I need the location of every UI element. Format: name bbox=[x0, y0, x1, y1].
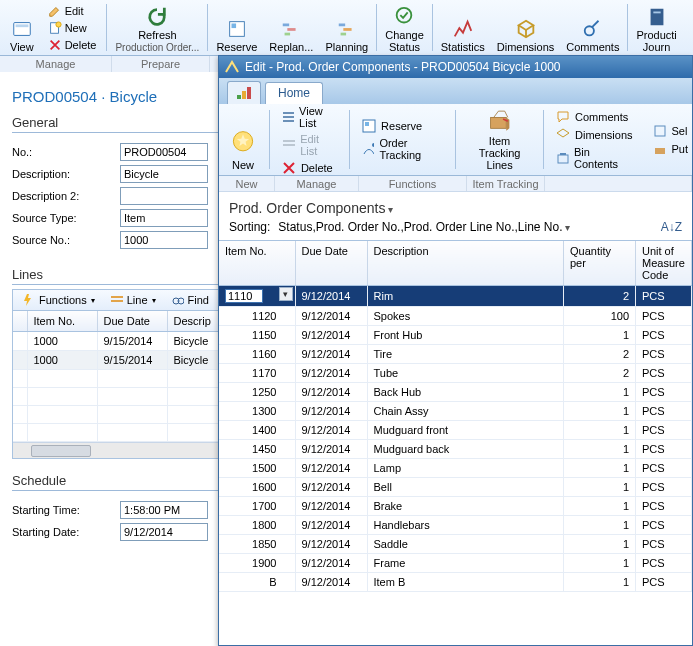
svg-rect-10 bbox=[343, 28, 351, 31]
dimensions-icon bbox=[556, 128, 570, 142]
col-item-no[interactable]: Item No. bbox=[219, 241, 295, 286]
components-grid[interactable]: Item No. Due Date Description Quantity p… bbox=[219, 240, 692, 645]
lightning-icon bbox=[23, 294, 35, 306]
svg-rect-17 bbox=[111, 300, 123, 302]
find-button[interactable]: Find bbox=[166, 291, 215, 309]
binoculars-icon bbox=[172, 294, 184, 306]
svg-rect-7 bbox=[288, 28, 296, 31]
edit-list-icon bbox=[282, 138, 295, 152]
table-row[interactable]: 11709/12/2014Tube2PCS bbox=[219, 364, 692, 383]
main-ribbon: View Edit New Delete Refresh Production … bbox=[0, 0, 693, 56]
dimensions-button[interactable]: Dimensions bbox=[491, 0, 560, 55]
svg-rect-15 bbox=[653, 12, 660, 14]
delete-icon bbox=[282, 161, 296, 175]
table-row[interactable]: 18009/12/2014Handlebars1PCS bbox=[219, 516, 692, 535]
table-row[interactable]: 12509/12/2014Back Hub1PCS bbox=[219, 383, 692, 402]
statistics-button[interactable]: Statistics bbox=[435, 0, 491, 55]
new-button[interactable]: New bbox=[46, 20, 99, 36]
tracking-icon bbox=[362, 142, 374, 156]
view-label: View bbox=[10, 41, 34, 53]
svg-rect-33 bbox=[558, 155, 568, 163]
svg-point-3 bbox=[56, 21, 61, 26]
section-title[interactable]: Prod. Order Components bbox=[219, 192, 692, 220]
sorting-value[interactable]: Status,Prod. Order No.,Prod. Order Line … bbox=[278, 220, 652, 234]
svg-rect-36 bbox=[655, 148, 665, 154]
col-due-date[interactable]: Due Date bbox=[295, 241, 367, 286]
view-button[interactable]: View bbox=[4, 0, 40, 55]
new-button-ov[interactable]: New bbox=[219, 104, 267, 175]
svg-rect-26 bbox=[283, 120, 294, 122]
select-button[interactable]: Sel bbox=[651, 123, 691, 139]
svg-rect-20 bbox=[237, 95, 241, 99]
comments-button[interactable]: Comments bbox=[560, 0, 625, 55]
col-uom[interactable]: Unit of Measure Code bbox=[636, 241, 692, 286]
view-list-button[interactable]: View List bbox=[280, 104, 339, 130]
svg-rect-24 bbox=[283, 112, 294, 114]
table-row[interactable]: 11509/12/2014Front Hub1PCS bbox=[219, 326, 692, 345]
putaway-icon bbox=[653, 142, 667, 156]
starting-time-label: Starting Time: bbox=[12, 504, 120, 516]
sort-az-icon[interactable]: A↓Z bbox=[661, 220, 682, 234]
table-row[interactable]: 19009/12/2014Frame1PCS bbox=[219, 554, 692, 573]
reserve-button-ov[interactable]: Reserve bbox=[360, 118, 445, 134]
dimensions-button-ov[interactable]: Dimensions bbox=[554, 127, 634, 143]
table-row[interactable]: 1110▾9/12/2014Rim2PCS bbox=[219, 286, 692, 307]
put-away-button[interactable]: Put bbox=[651, 141, 691, 157]
bin-contents-button[interactable]: Bin Contents bbox=[554, 145, 634, 171]
order-tracking-button[interactable]: Order Tracking bbox=[360, 136, 445, 162]
description2-input[interactable] bbox=[120, 187, 208, 205]
svg-rect-28 bbox=[283, 144, 295, 146]
item-tracking-lines-button[interactable]: Item Tracking Lines bbox=[458, 104, 541, 175]
reserve-button[interactable]: Reserve bbox=[210, 0, 263, 55]
source-no-input[interactable] bbox=[120, 231, 208, 249]
svg-rect-21 bbox=[242, 91, 246, 99]
replan-button[interactable]: Replan... bbox=[263, 0, 319, 55]
col-quantity[interactable]: Quantity per bbox=[564, 241, 636, 286]
table-row[interactable]: 11209/12/2014Spokes100PCS bbox=[219, 307, 692, 326]
starting-date-input[interactable] bbox=[120, 523, 208, 541]
description2-label: Description 2: bbox=[12, 190, 120, 202]
table-row[interactable]: 17009/12/2014Brake1PCS bbox=[219, 497, 692, 516]
table-row[interactable]: 14009/12/2014Mudguard front1PCS bbox=[219, 421, 692, 440]
delete-button[interactable]: Delete bbox=[46, 37, 99, 53]
file-tab[interactable] bbox=[227, 81, 261, 104]
delete-button-ov[interactable]: Delete bbox=[280, 160, 339, 176]
svg-rect-25 bbox=[283, 116, 294, 118]
svg-rect-9 bbox=[339, 24, 345, 27]
line-menu[interactable]: Line▾ bbox=[105, 291, 162, 309]
ribbon-tabs: Home bbox=[219, 78, 692, 104]
edit-button[interactable]: Edit bbox=[46, 3, 99, 19]
no-input[interactable] bbox=[120, 143, 208, 161]
table-row[interactable]: 15009/12/2014Lamp1PCS bbox=[219, 459, 692, 478]
starting-time-input[interactable] bbox=[120, 501, 208, 519]
no-label: No.: bbox=[12, 146, 120, 158]
description-input[interactable] bbox=[120, 165, 208, 183]
home-tab[interactable]: Home bbox=[265, 82, 323, 104]
col-item-no[interactable]: Item No. bbox=[27, 311, 97, 332]
source-type-input[interactable] bbox=[120, 209, 208, 227]
svg-rect-1 bbox=[15, 24, 28, 27]
comments-button-ov[interactable]: Comments bbox=[554, 109, 634, 125]
svg-point-12 bbox=[397, 8, 412, 23]
table-row[interactable]: 18509/12/2014Saddle1PCS bbox=[219, 535, 692, 554]
table-row[interactable]: 16009/12/2014Bell1PCS bbox=[219, 478, 692, 497]
col-due-date[interactable]: Due Date bbox=[97, 311, 167, 332]
sorting-label: Sorting: bbox=[229, 220, 270, 234]
svg-rect-11 bbox=[340, 33, 346, 36]
dropdown-icon[interactable]: ▾ bbox=[279, 287, 293, 301]
refresh-button[interactable]: Refresh Production Order... bbox=[109, 0, 205, 55]
source-no-label: Source No.: bbox=[12, 234, 120, 246]
production-journal-button[interactable]: Producti Journ bbox=[630, 0, 682, 55]
svg-rect-5 bbox=[231, 24, 236, 29]
table-row[interactable]: 13009/12/2014Chain Assy1PCS bbox=[219, 402, 692, 421]
table-row[interactable]: 14509/12/2014Mudguard back1PCS bbox=[219, 440, 692, 459]
window-title-bar[interactable]: Edit - Prod. Order Components - PROD0050… bbox=[219, 56, 692, 78]
table-row[interactable]: B9/12/2014Item B1PCS bbox=[219, 573, 692, 592]
overlay-ribbon: New View List Edit List Delete Reserve O… bbox=[219, 104, 692, 176]
change-status-button[interactable]: Change Status bbox=[379, 0, 430, 55]
components-window: Edit - Prod. Order Components - PROD0050… bbox=[218, 55, 693, 646]
col-description[interactable]: Description bbox=[367, 241, 564, 286]
functions-menu[interactable]: Functions▾ bbox=[17, 291, 101, 309]
planning-button[interactable]: Planning bbox=[319, 0, 374, 55]
table-row[interactable]: 11609/12/2014Tire2PCS bbox=[219, 345, 692, 364]
